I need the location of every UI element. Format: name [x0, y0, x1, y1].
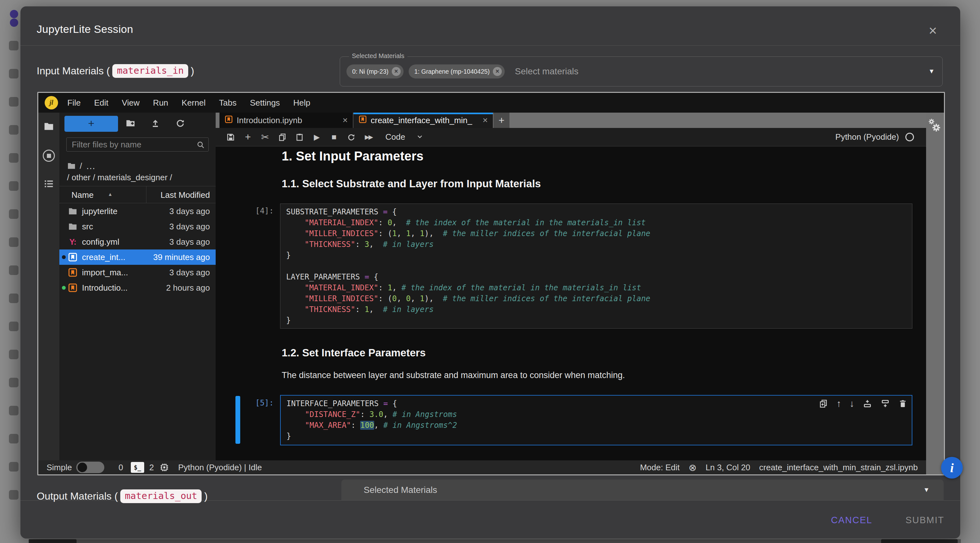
run-cell-icon[interactable]: ▶	[308, 133, 325, 142]
column-last-modified[interactable]: Last Modified	[161, 190, 210, 200]
background-app-icon	[9, 125, 19, 135]
dropdown-arrow-icon[interactable]: ▼	[928, 68, 935, 75]
insert-cell-button[interactable]: +	[239, 131, 256, 143]
code-cell-5[interactable]: INTERFACE_PARAMETERS = { "DISTANCE_Z": 3…	[280, 395, 912, 445]
breadcrumb[interactable]: / …	[67, 161, 96, 171]
stop-kernel-icon[interactable]: ■	[325, 132, 343, 142]
code-line[interactable]: "THICKNESS": 3, # in layers	[286, 239, 906, 250]
code-line[interactable]: "MAX_AREA": 100, # in Angstroms^2	[286, 420, 906, 431]
kernel-name[interactable]: Python (Pyodide)	[835, 132, 899, 142]
new-tab-button[interactable]: +	[493, 113, 509, 128]
upload-button[interactable]	[143, 118, 168, 129]
move-cell-down-icon[interactable]: ↓	[850, 398, 854, 409]
sort-ascending-icon[interactable]: ▲	[108, 191, 113, 197]
chip-delete-icon[interactable]: ×	[493, 67, 502, 76]
code-line[interactable]: LAYER_PARAMETERS = {	[286, 272, 906, 282]
new-folder-button[interactable]	[118, 118, 143, 129]
cell-type-select[interactable]: Code	[385, 132, 405, 142]
menu-item-settings[interactable]: Settings	[243, 93, 286, 113]
code-line[interactable]: INTERFACE_PARAMETERS = {	[286, 398, 906, 409]
background-app-icon	[9, 406, 19, 416]
background-app-icon	[9, 153, 19, 163]
file-row[interactable]: Y:config.yml3 days ago	[59, 234, 216, 250]
code-line[interactable]: }	[286, 431, 906, 441]
breadcrumb-ellipsis[interactable]: …	[86, 161, 96, 171]
code-line[interactable]: "MILLER_INDICES": (0, 0, 1), # the mille…	[286, 293, 906, 304]
file-filter-input[interactable]	[67, 138, 208, 151]
menu-item-kernel[interactable]: Kernel	[175, 93, 212, 113]
code-line[interactable]: "MATERIAL_INDEX": 0, # the index of the …	[286, 217, 906, 228]
copy-cells-icon[interactable]	[274, 133, 291, 142]
tab-introduction-ipynb[interactable]: Introduction.ipynb ×	[220, 113, 353, 128]
tab-close-icon[interactable]: ×	[343, 115, 348, 126]
cancel-button[interactable]: CANCEL	[831, 515, 872, 525]
submit-button[interactable]: SUBMIT	[905, 515, 944, 525]
insert-cell-below-icon[interactable]	[880, 398, 890, 409]
code-line[interactable]: SUBSTRATE_PARAMETERS = {	[286, 206, 906, 217]
column-name[interactable]: Name	[72, 190, 94, 200]
menu-item-tabs[interactable]: Tabs	[212, 93, 243, 113]
background-app-icon	[9, 293, 19, 303]
menu-item-edit[interactable]: Edit	[88, 93, 115, 113]
tab-close-icon[interactable]: ×	[483, 115, 488, 126]
move-cell-up-icon[interactable]: ↑	[837, 398, 841, 409]
code-line[interactable]: "MATERIAL_INDEX": 1, # the index of the …	[286, 282, 906, 293]
close-icon[interactable]: ×	[924, 23, 941, 40]
menu-item-run[interactable]: Run	[146, 93, 175, 113]
menu-item-help[interactable]: Help	[286, 93, 317, 113]
output-materials-select[interactable]: Selected Materials ▼	[341, 479, 943, 500]
table-of-contents-tab[interactable]	[43, 178, 54, 191]
simple-mode-toggle[interactable]	[76, 462, 104, 473]
refresh-button[interactable]	[168, 118, 192, 129]
dropdown-arrow-icon[interactable]: ▼	[923, 486, 930, 493]
tab-create-interface[interactable]: create_interface_with_min_ ×	[353, 113, 493, 128]
notebook-heading-1-2: 1.2. Set Interface Parameters	[282, 347, 426, 359]
file-row[interactable]: Introductio...2 hours ago	[59, 280, 216, 295]
material-chip[interactable]: 0: Ni (mp-23)×	[347, 64, 404, 78]
code-line[interactable]: "THICKNESS": 1, # in layers	[286, 304, 906, 315]
kernel-status-text[interactable]: Python (Pyodide) | Idle	[178, 463, 262, 473]
file-row[interactable]: jupyterlite3 days ago	[59, 204, 216, 219]
file-row[interactable]: create_int...39 minutes ago	[59, 250, 216, 265]
breadcrumb-root[interactable]: /	[80, 161, 82, 171]
column-divider	[146, 186, 146, 203]
delete-cell-icon[interactable]	[898, 398, 907, 409]
material-chip[interactable]: 1: Graphene (mp-1040425)×	[409, 64, 505, 78]
menu-item-file[interactable]: File	[60, 93, 88, 113]
background-app-icon	[9, 322, 19, 331]
code-line[interactable]: }	[286, 250, 906, 261]
notebook-heading-1-1: 1.1. Select Substrate and Layer from Inp…	[282, 178, 541, 190]
restart-run-all-icon[interactable]: ▶▶	[360, 133, 377, 141]
breadcrumb-path[interactable]: / other / materials_designer /	[67, 173, 172, 183]
restart-kernel-icon[interactable]	[343, 133, 360, 142]
chip-delete-icon[interactable]: ×	[392, 67, 401, 76]
file-browser-tab[interactable]	[43, 121, 54, 133]
chevron-down-icon[interactable]	[416, 133, 424, 142]
insert-cell-above-icon[interactable]	[862, 398, 872, 409]
file-modified: 3 days ago	[169, 237, 210, 247]
file-row[interactable]: import_ma...3 days ago	[59, 265, 216, 280]
code-cell-4[interactable]: SUBSTRATE_PARAMETERS = { "MATERIAL_INDEX…	[280, 204, 912, 329]
settings-gears-icon[interactable]	[928, 118, 942, 135]
menu-item-view[interactable]: View	[115, 93, 146, 113]
file-row[interactable]: src3 days ago	[59, 219, 216, 234]
dialog-side-strip	[926, 113, 944, 475]
info-button[interactable]: i	[941, 457, 963, 479]
code-line[interactable]: }	[286, 315, 906, 326]
code-line[interactable]	[286, 261, 906, 272]
terminal-icon: $_	[131, 462, 144, 473]
running-sessions-tab[interactable]	[43, 150, 55, 162]
code-line[interactable]: "DISTANCE_Z": 3.0, # in Angstroms	[286, 409, 906, 420]
duplicate-cell-icon[interactable]	[819, 398, 828, 409]
code-line[interactable]: "MILLER_INDICES": (1, 1, 1), # the mille…	[286, 228, 906, 239]
jupyterlite-session-dialog: JupyterLite Session × Input Materials ( …	[21, 6, 960, 538]
background-app-icon	[9, 69, 19, 78]
activity-bar	[38, 113, 59, 460]
save-button[interactable]	[222, 133, 239, 142]
input-materials-select[interactable]: Selected Materials 0: Ni (mp-23)×1: Grap…	[340, 56, 943, 86]
cursor-position[interactable]: Ln 3, Col 20	[706, 463, 750, 473]
new-launcher-button[interactable]: +	[64, 116, 118, 132]
terminals-count: 0	[118, 463, 123, 473]
cut-cells-icon[interactable]: ✂	[256, 131, 274, 143]
paste-cells-icon[interactable]	[291, 133, 308, 142]
